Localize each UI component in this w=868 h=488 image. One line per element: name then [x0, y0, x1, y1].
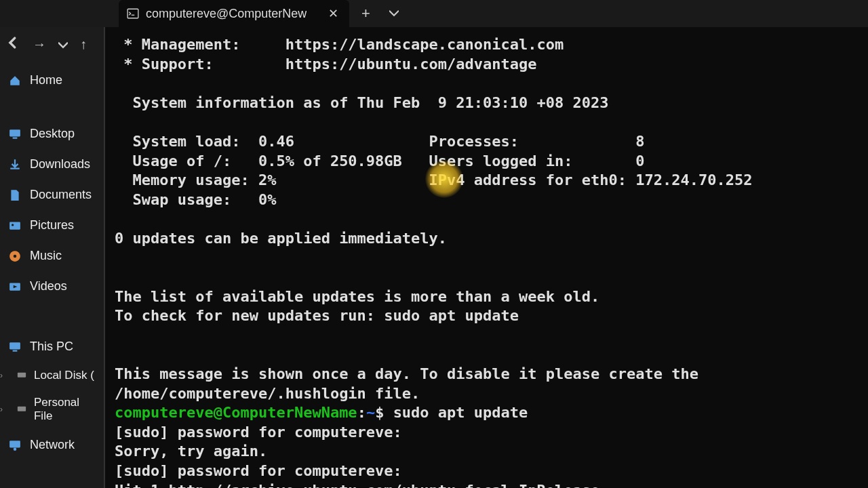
sidebar-item-label: Personal File [34, 396, 101, 423]
prompt-user: computereve@ComputerNewName [115, 404, 357, 421]
terminal-line: Hit:1 http://archive.ubuntu.com/ubuntu f… [115, 481, 859, 488]
sidebar-item-label: Documents [30, 188, 92, 202]
sidebar-items: Home Desktop Downloads Documents [0, 61, 104, 459]
forward-button[interactable]: → [33, 37, 46, 52]
typed-command: sudo apt update [393, 404, 528, 421]
sidebar-item-downloads[interactable]: Downloads [0, 150, 104, 178]
file-explorer-sidebar: → ↑ Home Desktop [0, 27, 105, 488]
terminal-line: The list of available updates is more th… [115, 287, 859, 307]
svg-rect-4 [9, 222, 20, 229]
terminal-line: /home/computereve/.hushlogin file. [115, 384, 859, 404]
disk-icon [15, 369, 28, 382]
sidebar-item-localdisk[interactable]: › Local Disk ( [0, 363, 104, 388]
main-area: → ↑ Home Desktop [0, 27, 868, 488]
terminal-line: To check for new updates run: sudo apt u… [115, 306, 859, 326]
terminal-icon [127, 7, 139, 20]
close-tab-button[interactable]: ✕ [326, 3, 341, 24]
terminal-line: * Support: https://ubuntu.com/advantage [115, 55, 859, 75]
up-button[interactable]: ↑ [80, 37, 87, 52]
sidebar-item-pictures[interactable]: Pictures [0, 211, 104, 239]
tab-title: computereve@ComputerNew [146, 7, 307, 21]
sidebar-item-network[interactable]: Network [0, 431, 104, 459]
svg-rect-2 [9, 129, 20, 136]
terminal-prompt-line: computereve@ComputerNewName:~$ sudo apt … [115, 403, 859, 423]
terminal-line: Usage of /: 0.5% of 250.98GB Users logge… [115, 152, 859, 171]
terminal-line: System load: 0.46 Processes: 8 [115, 132, 859, 152]
tab-dropdown-button[interactable] [382, 8, 406, 19]
svg-rect-13 [9, 441, 20, 447]
prompt-dollar: $ [375, 404, 393, 421]
svg-rect-0 [127, 9, 138, 18]
sidebar-item-desktop[interactable]: Desktop [0, 120, 104, 148]
chevron-right-icon[interactable]: › [0, 405, 3, 414]
terminal-line: [sudo] password for computereve: [115, 462, 859, 481]
sidebar-item-label: Downloads [30, 157, 90, 171]
terminal-line: 0 updates can be applied immediately. [115, 229, 859, 249]
back-button[interactable] [5, 35, 20, 54]
sidebar-item-label: Desktop [30, 127, 75, 141]
desktop-icon [8, 127, 22, 141]
disk-icon [15, 403, 28, 416]
download-icon [8, 158, 22, 171]
titlebar: computereve@ComputerNew ✕ + [0, 0, 868, 27]
svg-rect-3 [13, 137, 18, 138]
terminal-line: Memory usage: 2% IPv4 address for eth0: … [115, 171, 859, 190]
terminal-output[interactable]: * Management: https://landscape.canonica… [105, 27, 868, 488]
terminal-line: Sorry, try again. [115, 442, 859, 462]
videos-icon [8, 280, 22, 293]
svg-rect-10 [13, 350, 18, 351]
sidebar-item-label: Home [30, 73, 62, 87]
terminal-line: System information as of Thu Feb 9 21:03… [115, 94, 859, 113]
sidebar-item-personalfiles[interactable]: › Personal File [0, 390, 104, 428]
sidebar-item-label: Network [30, 438, 75, 452]
terminal-line: [sudo] password for computereve: [115, 423, 859, 443]
svg-rect-9 [9, 342, 20, 349]
sidebar-item-videos[interactable]: Videos [0, 272, 104, 300]
svg-point-7 [14, 254, 17, 258]
documents-icon [8, 188, 22, 202]
terminal-tab[interactable]: computereve@ComputerNew ✕ [119, 0, 349, 27]
terminal-line: Swap usage: 0% [115, 190, 859, 210]
music-icon [8, 249, 22, 263]
nav-buttons: → ↑ [0, 27, 104, 61]
sidebar-item-label: Videos [30, 279, 67, 293]
new-tab-button[interactable]: + [349, 5, 382, 22]
sidebar-item-label: This PC [30, 340, 73, 354]
sidebar-item-thispc[interactable]: This PC [0, 333, 104, 361]
recent-dropdown-button[interactable] [58, 37, 68, 52]
sidebar-item-label: Local Disk ( [34, 369, 94, 382]
sidebar-item-documents[interactable]: Documents [0, 181, 104, 209]
sidebar-item-label: Pictures [30, 218, 74, 232]
prompt-path: ~ [366, 404, 375, 421]
terminal-line: This message is shown once a day. To dis… [115, 365, 859, 384]
svg-point-5 [12, 224, 14, 226]
sidebar-item-home[interactable]: Home [0, 66, 104, 94]
svg-rect-12 [18, 407, 26, 411]
pictures-icon [8, 219, 22, 232]
pc-icon [8, 340, 22, 354]
home-icon [8, 74, 22, 87]
sidebar-item-music[interactable]: Music [0, 242, 104, 270]
svg-point-14 [14, 447, 17, 451]
chevron-right-icon[interactable]: › [0, 371, 3, 380]
prompt-sep: : [357, 404, 366, 421]
network-icon [8, 439, 22, 452]
svg-rect-11 [18, 373, 26, 378]
terminal-line: * Management: https://landscape.canonica… [115, 35, 859, 55]
sidebar-item-label: Music [30, 249, 62, 263]
